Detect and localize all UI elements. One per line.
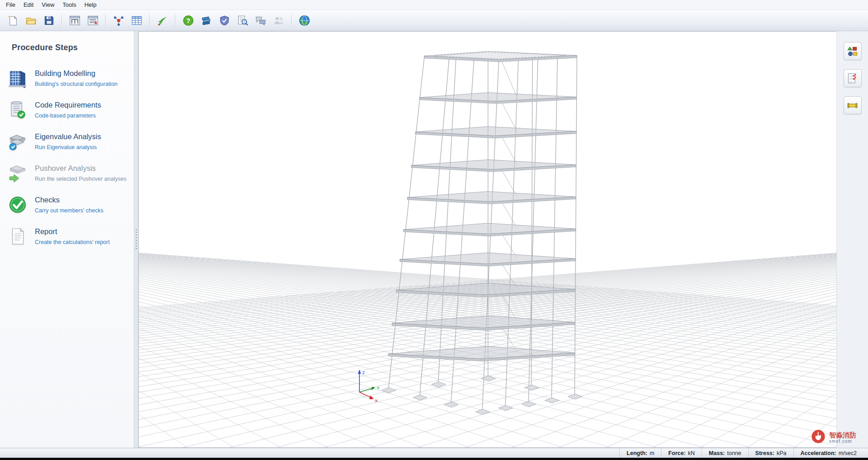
- report-window-icon[interactable]: [85, 12, 101, 28]
- menu-bar: FileEditViewToolsHelp: [0, 0, 868, 10]
- report-doc-icon: [7, 226, 28, 247]
- step-label: Building Modelling: [35, 69, 118, 78]
- svg-text:Y: Y: [377, 385, 380, 390]
- app-window: FileEditViewToolsHelp ? Procedure Steps …: [0, 0, 868, 460]
- save-icon[interactable]: [41, 12, 57, 28]
- scene-svg: ZYX: [139, 32, 836, 447]
- panel-splitter[interactable]: [134, 31, 138, 448]
- status-acceleration: Acceleration: m/sec2: [793, 448, 864, 458]
- building-modelling-icon: [7, 68, 28, 89]
- watermark-text: 智淼消防: [829, 431, 856, 439]
- member-checks-list-icon[interactable]: [844, 69, 862, 87]
- step-label: Checks: [35, 196, 104, 204]
- right-toolbar: [836, 31, 868, 448]
- procedure-step-eigenvalue-analysis[interactable]: Eigenvalue Analysis Run Eigenvalue analy…: [0, 129, 134, 154]
- watermark: 智淼消防 smxf.com: [811, 429, 856, 446]
- checks-brush-icon[interactable]: [154, 12, 170, 28]
- step-text: Checks Carry out members' checks: [35, 194, 104, 214]
- code-requirements-icon: [7, 99, 28, 120]
- procedure-step-checks[interactable]: Checks Carry out members' checks: [0, 192, 134, 217]
- status-mass: Mass: tonne: [702, 448, 748, 458]
- status-length: Length: m: [619, 448, 661, 458]
- panel-title: Procedure Steps: [12, 43, 134, 52]
- main-toolbar: ?: [0, 10, 868, 31]
- step-caption: Code-based parameters: [35, 113, 101, 119]
- display-options-icon[interactable]: [844, 42, 862, 60]
- open-project-icon[interactable]: [23, 12, 39, 28]
- website-globe-icon[interactable]: [296, 12, 312, 28]
- svg-text:Z: Z: [362, 370, 365, 375]
- svg-text:X: X: [375, 398, 378, 403]
- community-people-icon[interactable]: [270, 12, 287, 28]
- step-caption: Carry out members' checks: [35, 207, 104, 214]
- toolbar-separator: [149, 14, 150, 27]
- procedure-step-pushover-analysis[interactable]: Pushover Analysis Run the selected Pusho…: [0, 161, 134, 185]
- toolbar-separator: [175, 14, 175, 27]
- section-view-icon[interactable]: [844, 96, 862, 114]
- shield-check-icon[interactable]: [216, 12, 232, 28]
- status-label: Length:: [627, 450, 647, 456]
- step-caption: Run Eigenvalue analysis: [35, 144, 101, 150]
- content-area: Procedure Steps Building Modelling Build…: [0, 31, 868, 448]
- manual-books-icon[interactable]: [198, 12, 214, 28]
- bottom-strip: [0, 458, 868, 460]
- toolbar-separator: [291, 14, 292, 27]
- step-text: Code Requirements Code-based parameters: [35, 99, 101, 119]
- status-force: Force: kN: [661, 448, 701, 458]
- feedback-bubbles-icon[interactable]: [252, 12, 269, 28]
- status-value: tonne: [727, 450, 741, 456]
- viewport-3d[interactable]: ZYX: [138, 31, 836, 448]
- status-value: m/sec2: [839, 450, 857, 456]
- preview-search-icon[interactable]: [234, 12, 250, 28]
- procedure-step-list: Building Modelling Building's structural…: [0, 66, 134, 249]
- procedure-step-report[interactable]: Report Create the calculations' report: [0, 224, 134, 249]
- checks-circle-icon: [7, 194, 28, 215]
- status-label: Acceleration:: [801, 450, 836, 456]
- toolbar-separator: [105, 14, 106, 27]
- step-label: Pushover Analysis: [35, 164, 127, 173]
- toolbar-separator: [61, 14, 62, 27]
- status-value: m: [650, 450, 654, 456]
- new-document-icon[interactable]: [5, 12, 21, 28]
- help-icon[interactable]: ?: [180, 12, 196, 28]
- step-text: Report Create the calculations' report: [35, 226, 110, 245]
- status-bar: Length: m Force: kN Mass: tonne Stress: …: [0, 448, 868, 458]
- watermark-subtext: smxf.com: [829, 439, 856, 444]
- splitter-grip-icon: [136, 229, 137, 250]
- step-caption: Building's structural configuration: [35, 81, 118, 87]
- menu-item-tools[interactable]: Tools: [58, 0, 80, 9]
- svg-text:?: ?: [186, 17, 190, 24]
- step-caption: Run the selected Pushover analyses: [35, 176, 127, 182]
- menu-item-view[interactable]: View: [38, 0, 58, 9]
- step-label: Eigenvalue Analysis: [35, 132, 101, 141]
- status-value: kPa: [777, 450, 787, 456]
- data-table-icon[interactable]: [128, 12, 145, 28]
- step-text: Pushover Analysis Run the selected Pusho…: [35, 163, 127, 182]
- status-label: Stress:: [755, 450, 774, 456]
- eigenvalue-molecule-icon[interactable]: [110, 12, 127, 28]
- step-text: Eigenvalue Analysis Run Eigenvalue analy…: [35, 131, 101, 150]
- procedure-steps-panel: Procedure Steps Building Modelling Build…: [0, 31, 134, 448]
- procedure-step-building-modelling[interactable]: Building Modelling Building's structural…: [0, 66, 134, 90]
- step-text: Building Modelling Building's structural…: [35, 68, 118, 87]
- status-label: Mass:: [709, 450, 725, 456]
- pushover-analysis-icon: [7, 163, 28, 183]
- step-label: Report: [35, 227, 110, 236]
- menu-item-edit[interactable]: Edit: [19, 0, 38, 9]
- status-stress: Stress: kPa: [748, 448, 793, 458]
- flame-logo-icon: [811, 429, 826, 446]
- procedure-step-code-requirements[interactable]: Code Requirements Code-based parameters: [0, 98, 134, 122]
- menu-item-file[interactable]: File: [2, 0, 19, 9]
- building-modeller-icon[interactable]: [66, 12, 83, 28]
- eigenvalue-analysis-icon: [7, 131, 28, 152]
- menu-item-help[interactable]: Help: [80, 0, 101, 9]
- step-caption: Create the calculations' report: [35, 239, 110, 245]
- step-label: Code Requirements: [35, 101, 101, 109]
- status-label: Force:: [668, 450, 685, 456]
- status-value: kN: [688, 450, 695, 456]
